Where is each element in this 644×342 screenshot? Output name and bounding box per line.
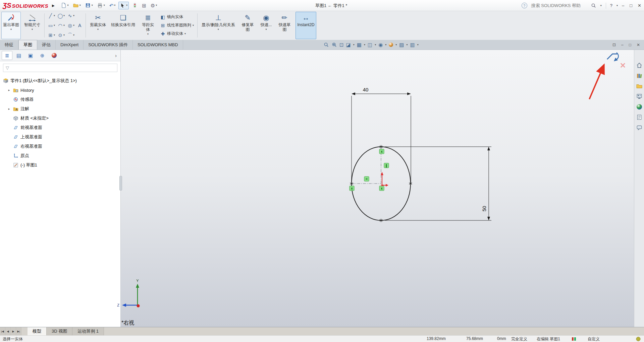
search-input[interactable]: 搜索 SOLIDWORKS 帮助 [531, 3, 587, 9]
zoom-fit-icon[interactable] [323, 42, 329, 48]
sketch-ellipse-button[interactable]: ◎▾ [66, 23, 75, 28]
linear-sketch-pattern-button[interactable]: ⊞ 线性草图阵列 ▾ [159, 23, 195, 28]
move-entities-button[interactable]: ✚ 移动实体 ▾ [159, 31, 195, 37]
design-library-icon[interactable] [636, 72, 643, 79]
tree-item-annotations[interactable]: ▸ 注解 [1, 104, 120, 114]
sketch-rectangle-button[interactable]: ▭▾ [47, 23, 56, 28]
edit-appearance-icon[interactable] [389, 43, 393, 47]
tab-mbd[interactable]: SOLIDWORKS MBD [133, 40, 183, 50]
tab-dimxpert-manager[interactable]: ⊕ [37, 51, 48, 60]
panel-expand-chevron[interactable]: › [115, 53, 119, 58]
panel-splitter-grip[interactable] [119, 176, 122, 191]
section-view-icon[interactable]: ◪ [346, 42, 351, 47]
tree-item-sketch1[interactable]: (-) 草图1 [1, 160, 120, 170]
appearances-icon[interactable] [636, 104, 643, 110]
tab-configuration-manager[interactable]: ▣ [25, 51, 36, 60]
view-settings-icon[interactable]: ▥ [410, 42, 415, 47]
last-tab-button[interactable]: ▶| [16, 327, 21, 335]
file-properties-button[interactable]: ⊞ [141, 2, 148, 9]
undo-button[interactable]: ↶ ▾ [108, 2, 117, 9]
graphics-area[interactable] [121, 50, 634, 327]
quick-snaps-button[interactable]: ◉ 快速... ▾ [259, 12, 273, 39]
expander-icon[interactable]: ▸ [7, 88, 11, 92]
search-caret[interactable]: ▾ [600, 4, 602, 7]
home-icon[interactable] [636, 62, 643, 69]
tree-item-material[interactable]: 材质 <未指定> [1, 114, 120, 123]
sketch-hatch-button[interactable]: ⊞▾ [47, 32, 56, 38]
tab-property-manager[interactable]: ▤ [13, 51, 24, 60]
next-tab-button[interactable]: ▶ [11, 327, 16, 335]
help-caret[interactable]: ▾ [616, 4, 618, 7]
trim-entities-button[interactable]: ✂ 剪裁实体 ▾ [88, 12, 108, 39]
doc-maximize-icon[interactable]: □ [629, 43, 631, 47]
tree-item-top-plane[interactable]: 上视基准面 [1, 132, 120, 142]
hide-show-items-icon[interactable]: ◉ [378, 42, 383, 47]
mirror-entities-button[interactable]: ◧ 镜向实体 [159, 14, 195, 20]
previous-tab-button[interactable]: ◀ [5, 327, 11, 335]
doc-restore-icon[interactable]: ⊡ [612, 43, 616, 47]
save-button[interactable]: ▾ [84, 2, 94, 9]
tree-item-origin[interactable]: 原点 [1, 151, 120, 160]
tree-item-right-plane[interactable]: 右视基准面 [1, 142, 120, 151]
tab-features[interactable]: 特征 [0, 40, 18, 50]
view-orientation-icon[interactable]: ▦ [357, 42, 362, 47]
display-delete-relations-button[interactable]: ⊥ 显示/删除几何关系 ▾ [200, 12, 236, 39]
sketch-text-button[interactable]: A [76, 23, 83, 28]
help-menu[interactable]: ? [610, 3, 612, 8]
help-circle-icon[interactable]: ? [522, 3, 527, 8]
new-document-button[interactable]: ▾ [60, 2, 70, 9]
maximize-button[interactable]: □ [630, 3, 632, 8]
doc-close-icon[interactable]: ✕ [637, 43, 640, 47]
search-icon[interactable] [591, 3, 596, 8]
sketch-spline-button[interactable]: ∿▾ [66, 13, 75, 18]
minimize-button[interactable]: – [622, 3, 624, 8]
repair-sketch-button[interactable]: ✎ 修复草图 [238, 12, 257, 39]
sketch-point-button[interactable]: ⊙▾ [57, 32, 65, 38]
sketch-line-button[interactable]: ╱▾ [47, 13, 56, 18]
expander-icon[interactable]: ▸ [7, 107, 11, 111]
status-custom-dropdown[interactable]: 自定义 [588, 336, 600, 342]
forum-icon[interactable] [636, 124, 643, 131]
offset-entities-button[interactable]: ≣ 等距实体 ▾ [139, 12, 157, 39]
options-button[interactable]: ⚙ ▾ [149, 2, 158, 9]
sketch-fillet-button[interactable]: ⌒▾ [66, 32, 75, 38]
tab-addins[interactable]: SOLIDWORKS 插件 [84, 40, 133, 50]
tab-model[interactable]: 模型 [28, 327, 47, 335]
custom-properties-icon[interactable] [636, 114, 643, 121]
apply-scene-icon[interactable]: ▨ [399, 42, 404, 47]
menu-expand-arrow[interactable]: ▶ [52, 4, 55, 7]
tab-display-manager[interactable] [49, 51, 59, 60]
file-explorer-icon[interactable] [636, 83, 643, 89]
tab-sketch[interactable]: 草图 [18, 40, 37, 50]
zoom-area-icon[interactable] [331, 42, 337, 48]
tree-filter-field[interactable]: ▽ [3, 64, 117, 72]
tab-motion-study[interactable]: 运动算例 1 [72, 327, 104, 335]
previous-view-icon[interactable]: ⊡ [339, 42, 344, 47]
tree-item-history[interactable]: ▸ History [1, 85, 120, 95]
first-tab-button[interactable]: |◀ [0, 327, 5, 335]
view-palette-icon[interactable] [636, 93, 643, 100]
sketch-circle-button[interactable]: ◯▾ [57, 13, 65, 18]
convert-entities-button[interactable]: ❏ 转换实体引用 [109, 12, 137, 39]
sketch-arc-button[interactable]: ◠▾ [57, 23, 65, 28]
doc-minimize-icon[interactable]: – [621, 43, 624, 47]
save-icon [85, 3, 91, 8]
print-button[interactable]: ▾ [96, 2, 106, 9]
tab-evaluate[interactable]: 评估 [37, 40, 56, 50]
resource-monitor-icon[interactable] [636, 337, 641, 342]
smart-dimension-button[interactable]: 智能尺寸 ▾ [22, 12, 42, 39]
tree-item-sensors[interactable]: 传感器 [1, 95, 120, 104]
tab-feature-tree[interactable]: ≣ [2, 51, 12, 60]
tree-item-part-root[interactable]: 零件1 (默认<<默认>_显示状态 1>) [1, 76, 120, 85]
close-button[interactable]: ✕ [638, 3, 641, 8]
rapid-sketch-button[interactable]: ✏ 快速草图 [275, 12, 294, 39]
open-document-button[interactable]: ▾ [72, 2, 82, 9]
tree-item-front-plane[interactable]: 前视基准面 [1, 123, 120, 132]
display-style-icon[interactable]: ◫ [368, 42, 372, 47]
select-tool-button[interactable]: ▾ [118, 2, 129, 9]
exit-sketch-button[interactable]: 退出草图 ▾ [1, 12, 21, 39]
tab-dimxpert[interactable]: DimXpert [56, 40, 84, 50]
rebuild-button[interactable] [130, 2, 139, 9]
instant2d-button[interactable]: ↔ Instant2D [296, 12, 316, 39]
tab-3d-views[interactable]: 3D 视图 [47, 327, 72, 335]
